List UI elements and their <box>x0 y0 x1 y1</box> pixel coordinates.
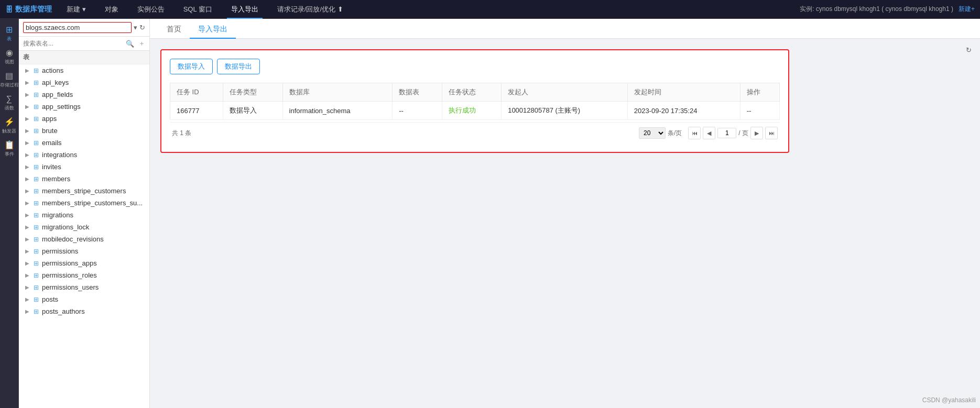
icon-sidebar: ⊞ 表 ◉ 视图 ▤ 存储过程 ∑ 函数 ⚡ 触发器 📋 事件 <box>0 19 19 408</box>
table-icon: ⊞ <box>34 212 39 219</box>
expand-arrow-icon: ▶ <box>25 284 31 290</box>
sidebar-table-item[interactable]: ▶⊞actions <box>19 64 149 76</box>
first-page-btn[interactable]: ⏮ <box>688 127 701 139</box>
table-cell: -- <box>740 102 779 120</box>
next-page-btn[interactable]: ▶ <box>750 127 763 139</box>
sidebar-table-item[interactable]: ▶⊞app_settings <box>19 101 149 113</box>
table-name: emails <box>42 139 62 147</box>
table-icon: ⊞ <box>34 284 39 291</box>
sidebar-table-item[interactable]: ▶⊞invites <box>19 161 149 173</box>
watermark: CSDN @yahasakili <box>922 396 976 404</box>
table-name: migrations_lock <box>42 223 89 231</box>
table-name: apps <box>42 115 57 123</box>
brand-icon: 🗄 <box>5 5 13 14</box>
iconbar-view-label: 视图 <box>5 59 14 65</box>
dropdown-icon[interactable]: ▾ <box>134 24 137 31</box>
sidebar-table-item[interactable]: ▶⊞posts_authors <box>19 305 149 317</box>
sidebar-table-item[interactable]: ▶⊞permissions_apps <box>19 257 149 269</box>
sidebar-header: blogs.szaecs.com ▾ ↻ <box>19 19 149 37</box>
column-header: 发起时间 <box>627 83 740 102</box>
page-size-select[interactable]: 20 50 100 <box>639 127 666 139</box>
nav-new[interactable]: 新建 ▾ <box>62 0 90 19</box>
sidebar: blogs.szaecs.com ▾ ↻ 🔍 ＋ 表 ▶⊞actions▶⊞ap… <box>19 19 150 408</box>
sidebar-table-item[interactable]: ▶⊞members <box>19 173 149 185</box>
sidebar-table-item[interactable]: ▶⊞permissions_roles <box>19 269 149 281</box>
expand-arrow-icon: ▶ <box>25 212 31 218</box>
search-icon[interactable]: 🔍 <box>126 40 134 48</box>
table-icon: ⊞ <box>6 25 13 35</box>
sidebar-table-item[interactable]: ▶⊞brute <box>19 125 149 137</box>
sidebar-table-item[interactable]: ▶⊞migrations <box>19 209 149 221</box>
nav-request[interactable]: 请求记录/回放/优化 ⬆ <box>273 0 347 19</box>
iconbar-function[interactable]: ∑ 函数 <box>1 92 18 113</box>
column-header: 数据表 <box>393 83 442 102</box>
nav-import-export[interactable]: 导入导出 <box>227 0 263 19</box>
procedure-icon: ▤ <box>5 71 13 81</box>
instance-label: 实例: cynos dbmysql khogh1 ( cynos dbmysql… <box>800 5 953 14</box>
expand-arrow-icon: ▶ <box>25 188 31 194</box>
table-cell: 2023-09-20 17:35:24 <box>627 102 740 120</box>
sidebar-section-label: 表 <box>19 51 149 64</box>
nav-instance[interactable]: 实例公告 <box>133 0 169 19</box>
table-icon: ⊞ <box>34 151 39 159</box>
event-icon: 📋 <box>4 140 15 150</box>
sidebar-table-item[interactable]: ▶⊞permissions_users <box>19 281 149 293</box>
sidebar-table-item[interactable]: ▶⊞integrations <box>19 149 149 161</box>
table-icon: ⊞ <box>34 103 39 111</box>
iconbar-view[interactable]: ◉ 视图 <box>1 46 18 67</box>
tab-home[interactable]: 首页 <box>158 19 190 39</box>
tab-import-export[interactable]: 导入导出 <box>190 19 236 39</box>
table-icon: ⊞ <box>34 91 39 98</box>
data-export-button[interactable]: 数据导出 <box>217 59 260 74</box>
iconbar-trigger-label: 触发器 <box>2 128 16 135</box>
iconbar-event[interactable]: 📋 事件 <box>1 138 18 159</box>
sidebar-table-item[interactable]: ▶⊞api_keys <box>19 76 149 89</box>
sidebar-table-item[interactable]: ▶⊞app_fields <box>19 89 149 101</box>
table-header: 任务 ID任务类型数据库数据表任务状态发起人发起时间操作 <box>170 83 780 102</box>
nav-sql[interactable]: SQL 窗口 <box>179 0 216 19</box>
expand-arrow-icon: ▶ <box>25 200 31 206</box>
iconbar-procedure[interactable]: ▤ 存储过程 <box>1 69 18 90</box>
sidebar-table-item[interactable]: ▶⊞permissions <box>19 245 149 257</box>
new-action-btn[interactable]: 新建+ <box>959 5 975 14</box>
table-icon: ⊞ <box>34 224 39 231</box>
iconbar-table[interactable]: ⊞ 表 <box>1 23 18 44</box>
refresh-content-icon[interactable]: ↻ <box>966 46 972 54</box>
sidebar-table-item[interactable]: ▶⊞emails <box>19 137 149 149</box>
import-export-panel: 数据导入 数据导出 任务 ID任务类型数据库数据表任务状态发起人发起时间操作 1… <box>160 49 789 153</box>
table-footer: 共 1 条 20 50 100 条/页 ⏮ ◀ <box>170 122 780 144</box>
sidebar-table-list: ▶⊞actions▶⊞api_keys▶⊞app_fields▶⊞app_set… <box>19 64 149 408</box>
expand-arrow-icon: ▶ <box>25 92 31 97</box>
table-name: members_stripe_customers <box>42 187 126 195</box>
page-size-unit: 条/页 <box>668 129 682 138</box>
table-name: integrations <box>42 151 77 159</box>
database-name[interactable]: blogs.szaecs.com <box>23 22 132 33</box>
table-icon: ⊞ <box>34 163 39 171</box>
sidebar-table-item[interactable]: ▶⊞apps <box>19 113 149 125</box>
sidebar-table-item[interactable]: ▶⊞members_stripe_customers <box>19 185 149 197</box>
sidebar-table-item[interactable]: ▶⊞posts <box>19 293 149 305</box>
table-icon: ⊞ <box>34 200 39 207</box>
last-page-btn[interactable]: ⏭ <box>765 127 778 139</box>
expand-arrow-icon: ▶ <box>25 272 31 278</box>
expand-arrow-icon: ▶ <box>25 152 31 158</box>
sidebar-table-item[interactable]: ▶⊞mobiledoc_revisions <box>19 233 149 245</box>
data-import-button[interactable]: 数据导入 <box>170 59 213 74</box>
refresh-icon[interactable]: ↻ <box>139 24 145 31</box>
table-icon: ⊞ <box>34 79 39 86</box>
add-table-icon[interactable]: ＋ <box>138 39 145 48</box>
nav-objects[interactable]: 对象 <box>101 0 123 19</box>
page-number-input[interactable] <box>717 128 736 138</box>
expand-arrow-icon: ▶ <box>25 140 31 146</box>
table-icon: ⊞ <box>34 308 39 315</box>
expand-arrow-icon: ▶ <box>25 260 31 266</box>
search-input[interactable] <box>23 40 124 47</box>
prev-page-btn[interactable]: ◀ <box>703 127 715 139</box>
sidebar-table-item[interactable]: ▶⊞migrations_lock <box>19 221 149 233</box>
sidebar-table-item[interactable]: ▶⊞members_stripe_customers_su... <box>19 197 149 209</box>
table-icon: ⊞ <box>34 260 39 267</box>
expand-arrow-icon: ▶ <box>25 296 31 302</box>
expand-arrow-icon: ▶ <box>25 104 31 109</box>
iconbar-procedure-label: 存储过程 <box>0 82 19 89</box>
iconbar-trigger[interactable]: ⚡ 触发器 <box>1 115 18 136</box>
